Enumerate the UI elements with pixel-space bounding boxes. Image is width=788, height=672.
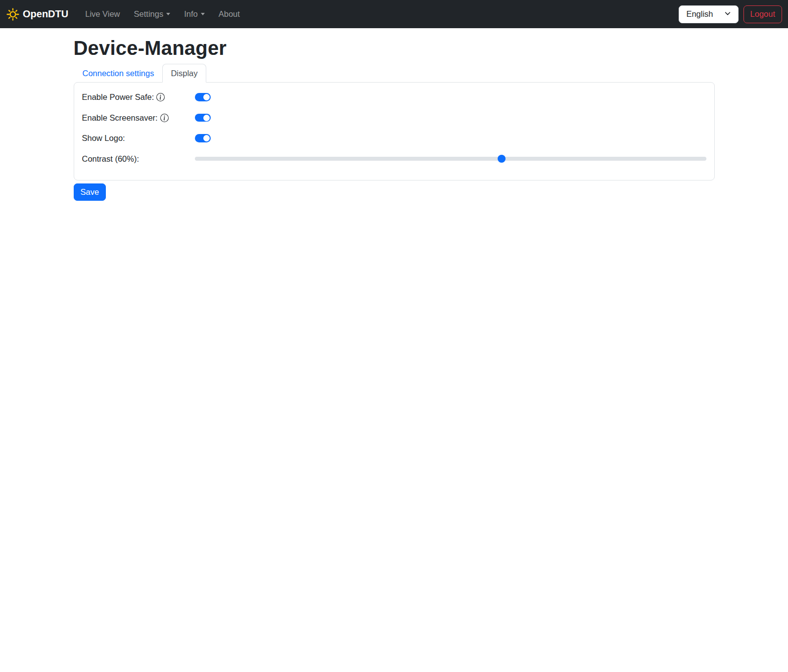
chevron-down-icon — [201, 13, 205, 15]
slider-thumb[interactable] — [498, 155, 506, 163]
logout-button[interactable]: Logout — [743, 5, 782, 23]
field-label: Enable Power Safe: — [82, 92, 195, 102]
sun-icon — [6, 7, 20, 21]
brand-logo[interactable]: OpenDTU — [6, 7, 68, 21]
form-row-enable-power-safe: Enable Power Safe: — [82, 91, 706, 103]
slider-track — [195, 157, 706, 161]
tab-bar: Connection settings Display — [74, 64, 715, 83]
tab-connection-settings[interactable]: Connection settings — [74, 64, 163, 83]
nav-item-info[interactable]: Info — [184, 5, 205, 23]
language-select[interactable]: English — [679, 5, 738, 23]
form-row-contrast: Contrast (60%): — [82, 153, 706, 165]
tab-display[interactable]: Display — [162, 64, 206, 83]
chevron-down-icon — [166, 13, 170, 15]
form-row-show-logo: Show Logo: — [82, 132, 706, 144]
language-selected-value: English — [686, 9, 713, 19]
nav-item-about[interactable]: About — [219, 5, 240, 23]
brand-name: OpenDTU — [23, 8, 68, 20]
form-row-enable-screensaver: Enable Screensaver: — [82, 112, 706, 124]
page-title: Device-Manager — [74, 37, 715, 59]
nav-item-live-view[interactable]: Live View — [85, 5, 120, 23]
show-logo-toggle[interactable] — [195, 134, 211, 142]
enable-screensaver-toggle[interactable] — [195, 114, 211, 122]
contrast-slider[interactable] — [195, 155, 706, 163]
main-nav: Live View Settings Info About — [78, 5, 247, 23]
info-icon[interactable] — [156, 93, 165, 101]
field-label: Show Logo: — [82, 134, 195, 143]
chevron-down-icon — [724, 9, 731, 19]
info-icon[interactable] — [160, 114, 169, 122]
navbar-right: English Logout — [679, 5, 782, 23]
save-button[interactable]: Save — [74, 183, 106, 201]
enable-power-safe-toggle[interactable] — [195, 93, 211, 101]
main-content: Device-Manager Connection settings Displ… — [68, 37, 721, 201]
field-label: Enable Screensaver: — [82, 113, 195, 123]
display-settings-card: Enable Power Safe: Enable Screensaver: — [74, 82, 715, 180]
nav-item-settings[interactable]: Settings — [134, 5, 171, 23]
field-label: Contrast (60%): — [82, 154, 195, 164]
top-navbar: OpenDTU Live View Settings Info About En… — [0, 0, 788, 28]
